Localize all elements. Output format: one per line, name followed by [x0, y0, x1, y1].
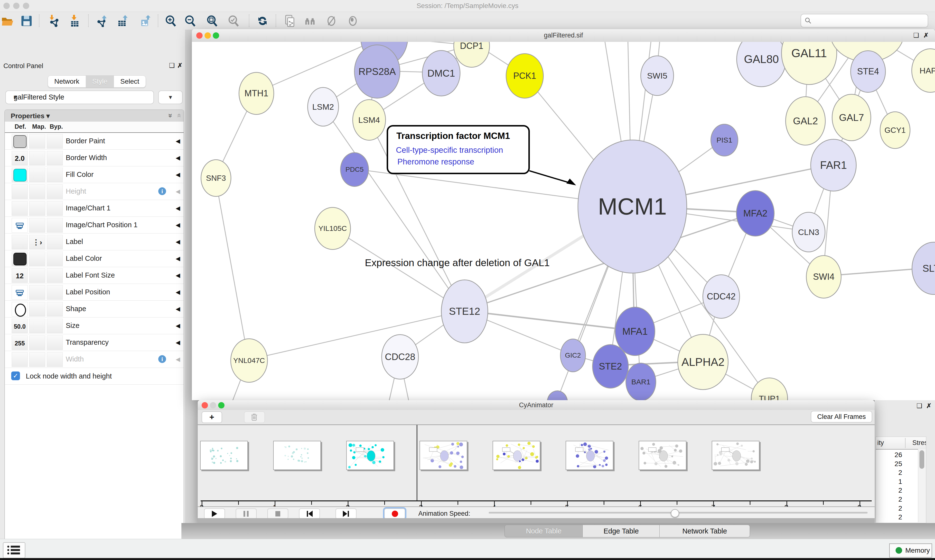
clear-all-frames-button[interactable]: Clear All Frames	[811, 411, 872, 423]
frame-thumbnail-4[interactable]	[492, 441, 540, 470]
play-button[interactable]	[204, 508, 225, 519]
network-node-mfa1[interactable]: MFA1	[615, 307, 655, 356]
zoom-fit-icon[interactable]	[206, 15, 218, 27]
frame-thumbnail-0[interactable]	[200, 441, 248, 470]
frame-thumbnail-6[interactable]	[639, 441, 687, 470]
default-value-cell[interactable]	[12, 185, 28, 199]
collapse-arrow-icon[interactable]: ◀	[176, 188, 180, 195]
bypass-cell[interactable]	[47, 352, 63, 367]
bypass-cell[interactable]	[47, 302, 63, 317]
default-value-cell[interactable]	[12, 235, 28, 249]
table-cell-value[interactable]: 2	[878, 495, 902, 503]
delete-frame-button[interactable]	[244, 411, 265, 423]
open-session-icon[interactable]	[2, 15, 14, 27]
expression-change-label[interactable]: Expression change after deletion of GAL1	[360, 257, 555, 269]
network-node-far1[interactable]: FAR1	[810, 139, 856, 191]
search-input[interactable]	[801, 14, 928, 28]
collapse-all-icon[interactable]: »	[174, 114, 183, 118]
close-panel-icon[interactable]: ✗	[177, 62, 183, 69]
mapping-cell[interactable]	[29, 285, 45, 300]
mapping-cell[interactable]	[29, 319, 45, 333]
task-history-button[interactable]	[3, 542, 25, 558]
bypass-cell[interactable]	[47, 201, 63, 216]
timeline-playhead[interactable]	[417, 425, 417, 501]
frame-thumbnail-3[interactable]	[420, 441, 467, 470]
export-table-icon[interactable]	[116, 15, 128, 27]
network-node-dmc1[interactable]: DMC1	[422, 50, 460, 96]
table-cell-value[interactable]: 2	[878, 486, 902, 494]
default-value-cell[interactable]	[12, 252, 28, 266]
column-divider[interactable]	[905, 438, 906, 448]
mapping-cell[interactable]	[29, 201, 45, 216]
pause-button[interactable]	[236, 508, 257, 519]
table-cell-value[interactable]: 26	[878, 451, 902, 459]
network-node-pdc5[interactable]: PDC5	[340, 152, 369, 187]
column-stress[interactable]: Stres	[912, 439, 926, 447]
float-panel-icon[interactable]: ❑	[169, 62, 174, 69]
collapse-arrow-icon[interactable]: ◀	[176, 238, 180, 245]
bypass-cell[interactable]	[47, 151, 63, 165]
tab-style[interactable]: Style	[86, 75, 114, 87]
bypass-cell[interactable]	[47, 185, 63, 199]
table-cell-value[interactable]: 1	[878, 478, 902, 486]
export-network-icon[interactable]	[96, 15, 108, 27]
table-cell-value[interactable]: 2	[878, 469, 902, 477]
collapse-arrow-icon[interactable]: ◀	[176, 138, 180, 145]
property-row-label-font-size[interactable]: 12Label Font Size◀	[5, 267, 184, 284]
float-window-icon[interactable]: ❑	[913, 32, 919, 39]
tab-edge-table[interactable]: Edge Table	[582, 525, 660, 537]
hide-details-icon[interactable]	[325, 15, 338, 27]
network-node-mth1[interactable]: MTH1	[239, 72, 274, 115]
mapping-cell[interactable]	[29, 352, 45, 367]
table-cell-value[interactable]: 2	[878, 505, 902, 512]
network-node-cdc42[interactable]: CDC42	[702, 274, 740, 319]
property-row-shape[interactable]: Shape◀	[5, 301, 184, 317]
default-value-cell[interactable]	[12, 352, 28, 367]
network-canvas[interactable]: RPS28BDCP1PCK1SWI5GAL80GAL11STE4HAP2RPS2…	[192, 42, 935, 400]
bypass-cell[interactable]	[47, 285, 63, 300]
network-node-ste4[interactable]: STE4	[850, 50, 886, 93]
network-node-gic2[interactable]: GIC2	[560, 338, 586, 372]
collapse-arrow-icon[interactable]: ◀	[176, 272, 180, 279]
frame-thumbnail-5[interactable]	[566, 441, 613, 470]
open-in-cloud-icon[interactable]	[284, 15, 296, 27]
default-value-cell[interactable]: 50.0	[12, 319, 28, 333]
network-node-gal7[interactable]: GAL7	[832, 94, 871, 141]
zoom-in-icon[interactable]	[165, 15, 177, 27]
table-cell-value[interactable]: 25	[878, 460, 902, 468]
mapping-cell[interactable]	[29, 268, 45, 283]
bypass-cell[interactable]	[47, 252, 63, 266]
network-node-ynl047c[interactable]: YNL047C	[230, 338, 268, 383]
collapse-arrow-icon[interactable]: ◀	[176, 306, 180, 312]
expand-all-icon[interactable]: »	[167, 114, 175, 118]
mapping-cell[interactable]: ⋮›	[29, 235, 45, 249]
default-value-cell[interactable]	[12, 168, 28, 182]
default-value-cell[interactable]: 255	[12, 335, 28, 350]
memory-indicator[interactable]: Memory	[889, 543, 932, 558]
property-row-image-chart-position-1[interactable]: Image/Chart Position 1◀	[5, 217, 184, 234]
show-details-icon[interactable]	[347, 15, 359, 27]
bypass-cell[interactable]	[47, 268, 63, 283]
mcm1-annotation[interactable]: Transcription factor MCM1 Cell-type-spec…	[387, 125, 530, 174]
network-node-yil105c[interactable]: YIL105C	[314, 207, 351, 250]
tab-node-table[interactable]: Node Table	[505, 525, 583, 537]
import-table-icon[interactable]	[69, 15, 81, 27]
zoom-out-icon[interactable]	[184, 15, 196, 27]
property-row-transparency[interactable]: 255Transparency◀	[5, 334, 184, 351]
collapse-arrow-icon[interactable]: ◀	[176, 205, 180, 212]
network-node-rps28a[interactable]: RPS28A	[354, 45, 400, 98]
mapping-cell[interactable]	[29, 168, 45, 182]
network-window-titlebar[interactable]: galFiltered.sif ❑ ✗	[192, 29, 935, 42]
export-image-icon[interactable]	[139, 15, 151, 27]
network-node-swi4[interactable]: SWI4	[806, 255, 841, 298]
previous-frame-button[interactable]	[299, 508, 320, 519]
bypass-cell[interactable]	[47, 168, 63, 182]
property-row-label-color[interactable]: Label Color◀	[5, 250, 184, 267]
frame-thumbnail-2[interactable]	[346, 441, 394, 470]
tab-network-table[interactable]: Network Table	[659, 525, 750, 537]
default-value-cell[interactable]: 12	[12, 268, 28, 283]
stop-button[interactable]	[267, 508, 288, 519]
table-scrollbar[interactable]	[918, 449, 926, 522]
mapping-cell[interactable]	[29, 252, 45, 266]
collapse-arrow-icon[interactable]: ◀	[176, 154, 180, 161]
